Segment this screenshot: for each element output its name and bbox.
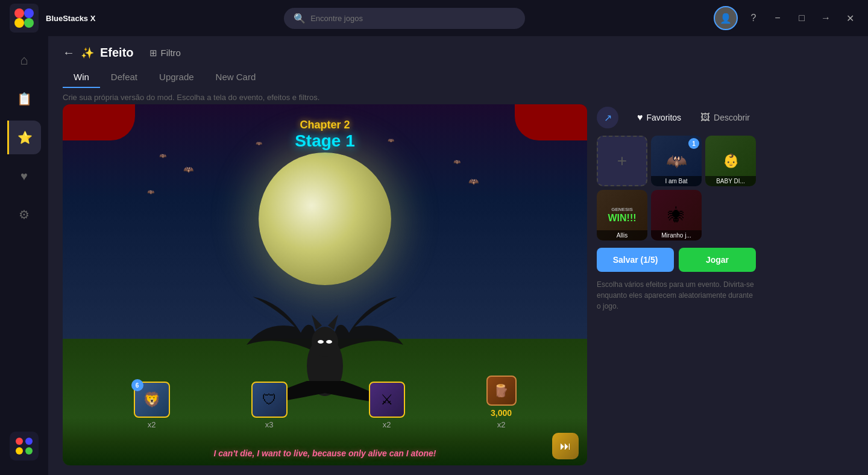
help-button[interactable]: ?: [745, 10, 762, 27]
bat-3: 🦇: [468, 177, 479, 186]
minimize-button[interactable]: −: [769, 10, 786, 27]
bat-1: 🦇: [183, 165, 193, 174]
action-buttons: Salvar (1/5) Jogar: [597, 248, 756, 272]
info-text: Escolha vários efeitos para um evento. D…: [597, 279, 756, 312]
brand-name: BlueStacks X: [46, 14, 95, 23]
skip-button[interactable]: ⏭: [552, 433, 579, 459]
title-bar-right: 👤 ? − □ → ✕: [714, 6, 858, 30]
thumb-batman[interactable]: 🦇 1 I am Bat: [651, 136, 702, 186]
thumb-batman-badge: 1: [688, 138, 699, 149]
card-wood: 🪵 3,000 x2: [486, 376, 517, 429]
red-curtain-left: [63, 104, 135, 140]
panel-tab-descobrir[interactable]: 🖼 Descobrir: [694, 109, 756, 127]
sidebar-bottom-logo: [10, 432, 39, 461]
wood-amount: 3,000: [491, 408, 512, 418]
sword-icon: ⚔: [380, 391, 394, 408]
content-header: ← ✨ Efeito ⊞ Filtro Win Defeat Upgrade N…: [48, 36, 868, 104]
svg-point-7: [16, 447, 23, 455]
svg-marker-12: [328, 315, 338, 330]
shield-icon: 🛡: [262, 391, 277, 408]
thumb-baby-label: BABY DI...: [705, 176, 756, 186]
thumb-miranho[interactable]: 🕷 Miranho j...: [651, 190, 702, 241]
svg-point-10: [312, 327, 338, 357]
sidebar: ⌂ 📋 ⭐ ♥ ⚙: [0, 36, 48, 475]
tab-upgrade[interactable]: Upgrade: [148, 67, 205, 88]
bat-6: 🦇: [256, 140, 262, 146]
card-badge: 6: [131, 379, 143, 391]
card-shield: 🛡 x3: [251, 382, 288, 429]
play-button[interactable]: Jogar: [679, 248, 756, 272]
tab-win[interactable]: Win: [63, 67, 100, 88]
chapter-label: Chapter 2: [295, 119, 355, 131]
panel-header: ↗ ♥ Favoritos 🖼 Descobrir: [597, 104, 756, 128]
maximize-button[interactable]: □: [793, 10, 810, 27]
svg-point-13: [318, 340, 324, 344]
tab-defeat[interactable]: Defeat: [100, 67, 148, 88]
svg-point-6: [25, 438, 33, 445]
card-count-1: x2: [148, 420, 156, 429]
panel-tab-favoritos-label: Favoritos: [647, 113, 682, 122]
card-count-4: x2: [497, 420, 506, 429]
subtitle-text: Crie sua própria versão do mod. Escolha …: [63, 88, 854, 104]
svg-point-14: [326, 340, 332, 344]
sidebar-item-settings[interactable]: ⚙: [7, 198, 41, 231]
right-panel: ↗ ♥ Favoritos 🖼 Descobrir: [587, 104, 756, 465]
game-cards-row: 🦁 6 x2 🛡 x3: [93, 376, 557, 429]
red-curtain-right: [515, 104, 587, 140]
sidebar-item-effects[interactable]: ⭐: [7, 121, 41, 154]
stage-label: Stage 1: [295, 131, 355, 151]
card-image-shield: 🛡: [251, 382, 288, 418]
tab-row: Win Defeat Upgrade New Card: [63, 67, 854, 88]
svg-point-5: [16, 438, 23, 445]
card-image-character: 🦁 6: [134, 382, 170, 418]
search-input[interactable]: [310, 14, 515, 23]
thumbnail-grid: + 🦇 1 I am Bat 👶 BABY DI.: [597, 136, 756, 241]
share-button[interactable]: ↗: [597, 107, 618, 128]
game-scene: Chapter 2 Stage 1 🦇 🦇 🦇 🦇 🦇 🦇 🦇: [63, 104, 587, 465]
sidebar-item-home[interactable]: ⌂: [7, 43, 41, 77]
back-button[interactable]: ←: [63, 46, 75, 60]
svg-point-3: [24, 18, 34, 28]
game-quote: I can't die, I want to live, because onl…: [63, 448, 587, 458]
avatar-icon: 👤: [720, 13, 732, 24]
content-area: ← ✨ Efeito ⊞ Filtro Win Defeat Upgrade N…: [48, 36, 868, 475]
back-row: ← ✨ Efeito ⊞ Filtro: [63, 46, 854, 60]
close-button[interactable]: ✕: [841, 10, 858, 27]
card-count-3: x2: [383, 420, 391, 429]
search-icon: 🔍: [294, 13, 306, 24]
skip-icon: ⏭: [560, 440, 571, 453]
thumb-allis-label: Allis: [597, 230, 647, 241]
card-sword: ⚔ x2: [369, 382, 405, 429]
svg-point-8: [25, 447, 33, 455]
sidebar-item-favorites[interactable]: ♥: [7, 159, 41, 193]
share-icon: ↗: [604, 112, 612, 124]
title-bar-left: BlueStacks X: [10, 4, 95, 33]
tab-newcard[interactable]: New Card: [205, 67, 267, 88]
game-preview: Chapter 2 Stage 1 🦇 🦇 🦇 🦇 🦇 🦇 🦇: [63, 104, 587, 465]
add-effect-button[interactable]: +: [597, 136, 647, 186]
navigate-button[interactable]: →: [817, 10, 834, 27]
filter-button[interactable]: ⊞ Filtro: [149, 48, 181, 58]
svg-point-0: [14, 8, 24, 18]
sidebar-bottom: [10, 432, 39, 468]
effect-icon: ✨: [81, 46, 94, 60]
bat-2: 🦇: [159, 153, 166, 159]
card-character: 🦁 6 x2: [134, 382, 170, 429]
wood-icon: 🪵: [494, 383, 509, 398]
avatar[interactable]: 👤: [714, 6, 738, 30]
panel-tabs: ♥ Favoritos 🖼 Descobrir: [631, 109, 756, 127]
svg-marker-11: [312, 315, 322, 330]
thumb-baby[interactable]: 👶 BABY DI...: [705, 136, 756, 186]
bat-5: 🦇: [147, 189, 154, 195]
card-image-sword: ⚔: [369, 382, 405, 418]
panel-tab-favoritos[interactable]: ♥ Favoritos: [631, 109, 687, 127]
descobrir-icon: 🖼: [700, 112, 710, 123]
favoritos-icon: ♥: [637, 112, 643, 123]
character-icon: 🦁: [143, 391, 161, 408]
sidebar-item-library[interactable]: 📋: [7, 82, 41, 116]
title-bar: BlueStacks X 🔍 👤 ? − □ → ✕: [0, 0, 868, 36]
thumb-allis[interactable]: GENESIS WIN!!! Allis: [597, 190, 647, 241]
thumb-miranho-label: Miranho j...: [651, 230, 702, 241]
save-button[interactable]: Salvar (1/5): [597, 248, 674, 272]
search-bar[interactable]: 🔍: [284, 8, 525, 29]
